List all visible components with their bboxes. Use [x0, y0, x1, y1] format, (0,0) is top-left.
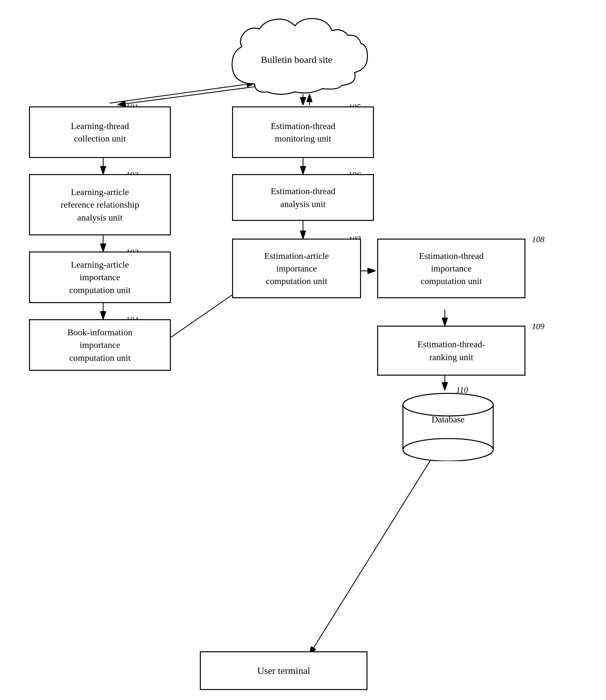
box-103-label: Learning-article importance computation …	[69, 258, 131, 296]
box-107-label: Estimation-article importance computatio…	[264, 250, 329, 288]
box-108-label: Estimation-thread importance computation…	[419, 250, 484, 288]
svg-point-18	[403, 438, 493, 461]
box-103: Learning-article importance computation …	[29, 251, 171, 303]
cloud-label: Bulletin board site	[261, 54, 332, 65]
label-109: 109	[532, 322, 544, 332]
box-109-label: Estimation-thread- ranking unit	[417, 338, 485, 363]
svg-line-15	[309, 458, 432, 655]
box-101: Learning-thread collection unit	[29, 106, 171, 158]
cloud-node: Bulletin board site	[213, 13, 380, 100]
user-terminal: User terminal	[200, 651, 368, 690]
box-107: Estimation-article importance computatio…	[232, 239, 361, 298]
box-101-label: Learning-thread collection unit	[71, 120, 129, 145]
box-104: Book-information importance computation …	[29, 319, 171, 371]
box-104-label: Book-information importance computation …	[67, 326, 133, 364]
database-label: Database	[396, 414, 499, 425]
box-106: Estimation-thread analysis unit	[232, 174, 374, 221]
svg-point-17	[403, 393, 493, 416]
box-105-label: Estimation-thread monitoring unit	[271, 120, 335, 145]
box-105: Estimation-thread monitoring unit	[232, 106, 374, 158]
box-109: Estimation-thread- ranking unit	[377, 326, 526, 376]
box-102-label: Learning-article reference relationship …	[61, 186, 139, 224]
label-108: 108	[532, 235, 544, 244]
box-108: Estimation-thread importance computation…	[377, 239, 526, 298]
box-106-label: Estimation-thread analysis unit	[271, 185, 335, 210]
box-102: Learning-article reference relationship …	[29, 174, 171, 235]
box-110-database: Database	[396, 390, 499, 461]
user-terminal-label: User terminal	[257, 664, 310, 677]
diagram: Bulletin board site 101 Learning-thread …	[0, 0, 606, 700]
